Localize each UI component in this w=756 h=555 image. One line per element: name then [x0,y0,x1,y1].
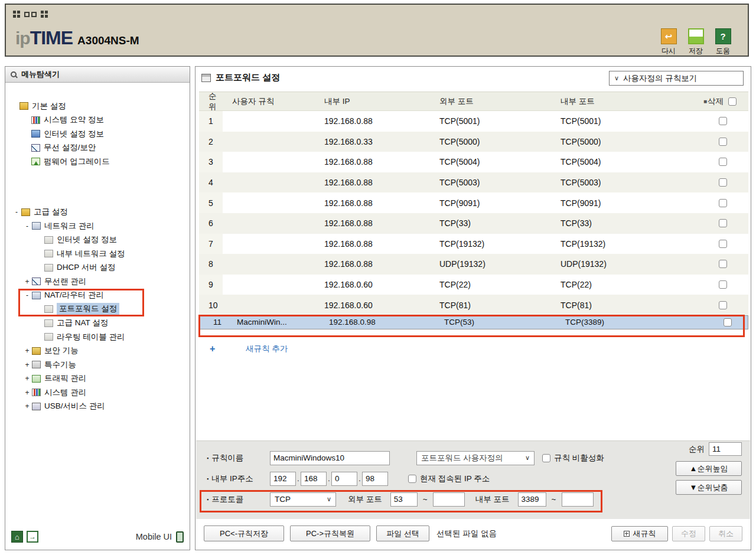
cancel-button[interactable]: 취소 [709,526,742,541]
delete-all-checkbox[interactable] [728,97,737,106]
sidebar-item-special-functions[interactable]: + 특수기능 [24,358,187,372]
row-delete-checkbox[interactable] [719,280,727,289]
table-row[interactable]: 2 192.168.0.33 TCP(5000) TCP(5000) [199,132,748,152]
ip-octet-4[interactable] [362,472,388,486]
cell-delete [692,219,748,227]
sidebar-item-firmware-upgrade[interactable]: 펌웨어 업그레이드 [31,155,187,169]
cell-rank: 8 [199,254,223,275]
table-row-selected[interactable]: 11 MacminiWin... 192.168.0.98 TCP(53) TC… [199,315,748,329]
disable-rule-checkbox[interactable] [542,454,550,462]
sidebar-item-system-management[interactable]: + 시스템 관리 [24,386,187,400]
rule-name-input[interactable] [270,451,390,465]
sidebar-item-network-management[interactable]: - 네트워크 관리 [24,219,187,233]
collapse-icon[interactable]: - [24,222,30,230]
save-button[interactable]: 저장 [686,28,705,56]
row-delete-checkbox[interactable] [719,260,727,268]
sidebar-item-usb-service[interactable]: + USB/서비스 관리 [24,400,187,414]
sidebar-footer: ⌂ → Mobile UI [5,530,190,544]
home-icon[interactable]: ⌂ [11,531,23,543]
sidebar-item-port-forward[interactable]: 포트포워드 설정 [44,302,187,316]
sidebar-item-routing-table[interactable]: 라우팅 테이블 관리 [44,330,187,344]
modify-button[interactable]: 수정 [672,526,705,541]
help-button[interactable]: ? 도움 [713,28,732,56]
sidebar-item-lan-settings[interactable]: 내부 네트워크 설정 [44,247,187,261]
cell-ext: TCP(5000) [429,137,550,146]
dot-grid-icon [41,11,48,18]
rule-view-select[interactable]: ∨ 사용자정의 규칙보기 [609,71,744,86]
add-rule-link[interactable]: 새규칙 추가 [246,344,288,354]
add-icon[interactable]: + [199,344,223,354]
expand-icon[interactable]: + [24,347,30,355]
ext-port-start-input[interactable] [390,492,418,507]
table-row[interactable]: 7 192.168.0.88 TCP(19132) TCP(19132) [199,234,748,254]
question-glyph: ? [720,31,725,41]
ext-port-end-input[interactable] [433,492,465,507]
col-rank: 순위 [199,92,223,110]
ip-octet-2[interactable] [301,472,327,486]
expand-icon[interactable]: + [24,278,30,286]
save-rules-to-pc-button[interactable]: PC<-규칙저장 [204,525,284,541]
rank-up-button[interactable]: ▲순위높임 [676,461,742,476]
table-row[interactable]: 8 192.168.0.88 UDP(19132) UDP(19132) [199,254,748,275]
table-row[interactable]: 1 192.168.0.88 TCP(5001) TCP(5001) [199,111,748,132]
expand-icon[interactable]: + [24,374,30,383]
logout-icon[interactable]: → [27,531,38,543]
cell-delete [697,318,753,327]
collapse-icon[interactable]: - [24,291,30,299]
row-delete-checkbox[interactable] [724,318,732,327]
page-icon [44,319,53,327]
protocol-select[interactable]: TCP ∨ [270,492,336,507]
rank-input[interactable] [709,442,742,456]
expand-icon[interactable]: + [24,361,30,369]
sidebar-item-advanced-settings[interactable]: - 고급 설정 [14,205,187,220]
mobile-ui-link[interactable]: Mobile UI [136,531,184,543]
expand-icon[interactable]: + [24,402,30,410]
sidebar-item-system-summary[interactable]: 시스템 요약 정보 [31,113,187,128]
sidebar-item-security[interactable]: + 보안 기능 [24,344,187,358]
table-row[interactable]: 4 192.168.0.88 TCP(5003) TCP(5003) [199,172,748,193]
new-rule-button[interactable]: 새규칙 [611,526,668,541]
row-delete-checkbox[interactable] [719,301,727,309]
sidebar-item-traffic-management[interactable]: + 트래픽 관리 [24,372,187,386]
row-delete-checkbox[interactable] [719,158,727,166]
cell-int: TCP(5000) [550,137,692,146]
sidebar-item-nat-router-management[interactable]: - NAT/라우터 관리 [24,289,187,303]
row-delete-checkbox[interactable] [719,219,727,227]
row-delete-checkbox[interactable] [719,117,727,125]
collapse-icon[interactable]: - [14,208,19,216]
int-port-start-input[interactable] [518,492,546,507]
menu-explorer-icon [11,71,17,77]
table-row[interactable]: 6 192.168.0.88 TCP(33) TCP(33) [199,213,748,234]
refresh-button[interactable]: ↩ 다시 [659,28,678,56]
col-delete: ■ 삭제 [692,96,748,107]
ip-octet-1[interactable] [270,472,296,486]
new-rule-icon [624,531,630,537]
sidebar-item-internet-info[interactable]: 인터넷 설정 정보 [31,127,187,141]
table-row[interactable]: 5 192.168.0.88 TCP(9091) TCP(9091) [199,192,748,213]
restore-rules-from-pc-button[interactable]: PC->규칙복원 [290,525,370,541]
tree-label: 무선 설정/보안 [44,142,96,153]
file-select-button[interactable]: 파일 선택 [376,525,429,541]
protocol-value: TCP [275,495,291,504]
table-row[interactable]: 3 192.168.0.88 TCP(5004) TCP(5004) [199,152,748,172]
sidebar-item-wlan-management[interactable]: + 무선랜 관리 [24,275,187,289]
sidebar-item-dhcp-server[interactable]: DHCP 서버 설정 [44,261,187,275]
row-delete-checkbox[interactable] [719,178,727,187]
ip-octet-3[interactable] [331,472,357,486]
table-row[interactable]: 9 192.168.0.60 TCP(22) TCP(22) [199,275,748,295]
cell-delete [692,199,748,207]
sidebar-item-basic-settings[interactable]: 기본 설정 [19,99,187,113]
current-ip-checkbox[interactable] [408,475,416,483]
rule-type-select[interactable]: 포트포워드 사용자정의 ∨ [416,451,535,465]
table-row[interactable]: 10 192.168.0.60 TCP(81) TCP(81) [199,295,748,315]
row-delete-checkbox[interactable] [719,138,727,146]
sidebar-item-wireless-security[interactable]: 무선 설정/보안 [31,141,187,155]
sidebar-item-internet-settings[interactable]: 인터넷 설정 정보 [44,233,187,247]
row-delete-checkbox[interactable] [719,240,727,248]
table-body: 1 192.168.0.88 TCP(5001) TCP(5001) 2 192… [199,111,748,329]
rank-down-button[interactable]: ▼순위낮춤 [676,480,742,495]
row-delete-checkbox[interactable] [719,199,727,207]
int-port-end-input[interactable] [562,492,594,507]
expand-icon[interactable]: + [24,389,30,397]
sidebar-item-advanced-nat[interactable]: 고급 NAT 설정 [44,316,187,331]
